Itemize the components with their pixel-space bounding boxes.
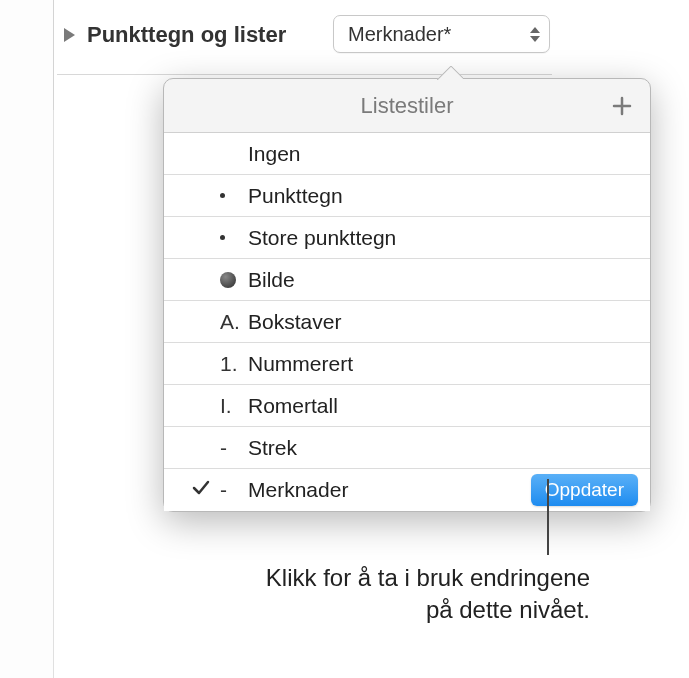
list-style-dropdown[interactable]: Merknader* [333,15,550,53]
chevron-updown-icon [521,27,549,42]
bullet-preview: 1. [220,352,248,376]
add-style-button[interactable] [608,92,636,120]
style-item[interactable]: -Strek [164,427,650,469]
style-item[interactable]: Ingen [164,133,650,175]
disclosure-triangle-icon[interactable] [64,28,75,42]
callout-leader-line [547,479,549,555]
bullet-preview: I. [220,394,248,418]
style-item[interactable]: 1.Nummerert [164,343,650,385]
style-list: IngenPunkttegnStore punkttegnBildeA.Boks… [164,133,650,511]
callout-text: Klikk for å ta i bruk endringene på dett… [135,562,590,627]
style-item-label: Bokstaver [248,310,650,334]
callout-line2: på dette nivået. [426,596,590,623]
style-item[interactable]: Bilde [164,259,650,301]
style-item-label: Store punkttegn [248,226,650,250]
bullet-preview [220,235,248,240]
style-item-label: Punkttegn [248,184,650,208]
section-header: Punkttegn og lister [64,22,286,48]
popover-header: Listestiler [164,79,650,133]
bullet-preview [220,272,248,288]
style-item[interactable]: -MerknaderOppdater [164,469,650,511]
divider [57,74,552,75]
list-styles-popover: Listestiler IngenPunkttegnStore punktteg… [163,78,651,512]
style-item-label: Romertall [248,394,650,418]
style-item[interactable]: I.Romertall [164,385,650,427]
style-item[interactable]: Punkttegn [164,175,650,217]
checkmark-column [182,478,220,502]
plus-icon [611,95,633,117]
style-item-label: Ingen [248,142,650,166]
callout-line1: Klikk for å ta i bruk endringene [266,564,590,591]
checkmark-icon [191,478,211,502]
bullet-preview: A. [220,310,248,334]
style-item-label: Strek [248,436,650,460]
style-item-label: Bilde [248,268,650,292]
dropdown-value: Merknader* [348,23,521,46]
popover-title: Listestiler [361,93,454,119]
style-item[interactable]: A.Bokstaver [164,301,650,343]
style-item-label: Nummerert [248,352,650,376]
popover-tail [437,66,463,80]
bullet-preview: - [220,478,248,502]
style-item[interactable]: Store punkttegn [164,217,650,259]
bullet-preview [220,193,248,198]
section-label: Punkttegn og lister [87,22,286,48]
sidebar-edge [0,0,54,678]
bullet-preview: - [220,436,248,460]
